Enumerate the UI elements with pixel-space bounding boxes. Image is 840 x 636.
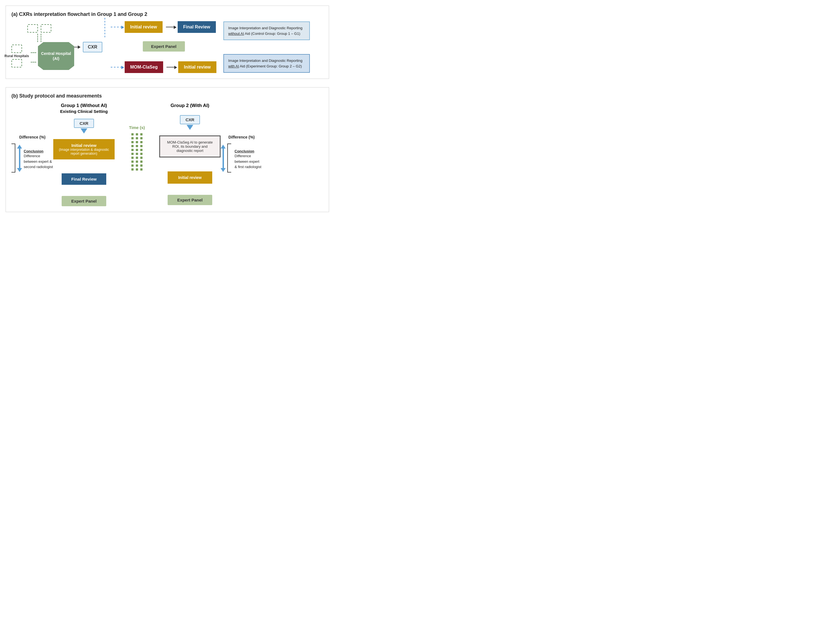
time-dot bbox=[131, 133, 134, 135]
diff-label-left: Difference (%) bbox=[19, 135, 46, 139]
part-b-section: (b) Study protocol and measurements Diff… bbox=[6, 87, 329, 212]
time-dot bbox=[140, 133, 142, 135]
g1-initial-review-box: Initial review (Image interpretation & d… bbox=[53, 139, 115, 159]
g2-expert-panel-box: Expert Panel bbox=[167, 195, 212, 205]
conclusion-title-left: Conclusion bbox=[24, 149, 53, 153]
cxr-box-g2: CXR bbox=[180, 115, 200, 124]
g1-initial-review-title: Initial review bbox=[59, 143, 109, 148]
mom-claseg-box-a: MOM-ClaSeg bbox=[125, 61, 163, 73]
time-dot bbox=[136, 164, 138, 167]
time-dot bbox=[140, 168, 142, 170]
col-time: Time (s) bbox=[115, 103, 159, 170]
time-dot bbox=[131, 168, 134, 170]
rural-hospital-box-left-2 bbox=[11, 59, 22, 68]
time-dot bbox=[131, 137, 134, 139]
time-dot bbox=[136, 157, 138, 159]
time-dot bbox=[136, 141, 138, 143]
g1-title: Group 1 (Without AI) bbox=[61, 103, 107, 109]
col-group1: Group 1 (Without AI) Existing Clinical S… bbox=[53, 103, 115, 206]
time-dot bbox=[136, 149, 138, 151]
time-dot bbox=[131, 153, 134, 155]
time-dot bbox=[140, 145, 142, 147]
time-dot bbox=[131, 157, 134, 159]
col-diff-left: Difference (%) Conclusion Di bbox=[11, 103, 53, 173]
part-b-title: (b) Study protocol and measurements bbox=[11, 93, 323, 99]
time-dot bbox=[136, 168, 138, 170]
g1-subtitle: Existing Clinical Setting bbox=[60, 109, 108, 114]
central-hospital-label: Central Hospital (AI) bbox=[38, 49, 74, 63]
part-a-section: (a) CXRs interpretation flowchart in Gro… bbox=[6, 6, 329, 79]
time-dot bbox=[140, 137, 142, 139]
time-dot bbox=[140, 157, 142, 159]
diff-label-right: Difference (%) bbox=[228, 135, 255, 139]
time-dot bbox=[131, 145, 134, 147]
time-dot bbox=[136, 153, 138, 155]
cxr-box-g1: CXR bbox=[74, 119, 94, 128]
time-dot bbox=[140, 149, 142, 151]
g2-title: Group 2 (With AI) bbox=[171, 103, 210, 109]
rural-hospital-box-1 bbox=[27, 24, 38, 33]
time-dot bbox=[131, 141, 134, 143]
part-a-title: (a) CXRs interpretation flowchart in Gro… bbox=[11, 11, 323, 17]
time-dot bbox=[136, 133, 138, 135]
desc-box-2: Image Interpretation and Diagnostic Repo… bbox=[223, 54, 310, 73]
g1-expert-panel-box: Expert Panel bbox=[62, 196, 106, 206]
desc-box-1: Image Interpretation and Diagnostic Repo… bbox=[223, 22, 310, 40]
part-b-inner: Difference (%) Conclusion Di bbox=[11, 103, 323, 206]
conclusion-text-right: Difference between expert & first radiol… bbox=[235, 153, 262, 170]
g2-initial-review-box: Initial review bbox=[167, 172, 212, 184]
rural-hospital-box-2 bbox=[41, 24, 51, 33]
central-hospital-shape: Central Hospital (AI) bbox=[38, 42, 74, 70]
expert-panel-box-a: Expert Panel bbox=[143, 41, 185, 52]
conclusion-title-right: Conclusion bbox=[235, 149, 262, 153]
g1-final-review-box: Final Review bbox=[62, 173, 106, 185]
desc1-text: Image Interpretation and Diagnostic Repo… bbox=[228, 26, 303, 36]
time-dot bbox=[140, 164, 142, 167]
initial-review-box-a: Initial review bbox=[125, 21, 163, 33]
col-diff-right: Difference (%) Conclusion Di bbox=[221, 103, 262, 173]
time-dot bbox=[136, 145, 138, 147]
time-dot bbox=[131, 161, 134, 163]
g1-initial-review-sub: (Image interpretation & diagnostic repor… bbox=[59, 148, 109, 156]
initial-review-box-a2: Initial review bbox=[178, 61, 216, 73]
col-group2: Group 2 (With AI) CXR MOM-ClaSeg AI to g… bbox=[159, 103, 221, 205]
cxr-box-a: CXR bbox=[83, 42, 103, 52]
time-dot bbox=[131, 149, 134, 151]
time-dot bbox=[136, 161, 138, 163]
conclusion-text-left: Difference between expert & second radio… bbox=[24, 153, 53, 170]
final-review-box-a: Final Review bbox=[178, 21, 216, 33]
desc2-text: Image Interpretation and Diagnostic Repo… bbox=[228, 58, 303, 68]
g2-mom-claseg-box: MOM-ClaSeg AI to generate ROI, its bound… bbox=[159, 135, 221, 157]
time-dot bbox=[140, 141, 142, 143]
time-dot bbox=[140, 153, 142, 155]
time-dot bbox=[136, 137, 138, 139]
rural-hospital-box-left bbox=[11, 45, 22, 53]
time-dot bbox=[140, 161, 142, 163]
time-label: Time (s) bbox=[129, 125, 145, 130]
time-dot bbox=[131, 164, 134, 167]
rural-hospitals-label: Rural Hospitals bbox=[5, 54, 29, 58]
